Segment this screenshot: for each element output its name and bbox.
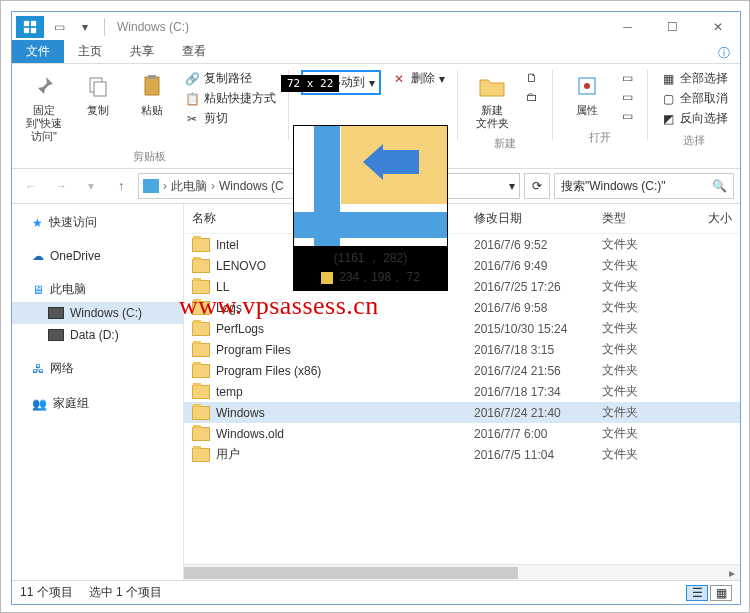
minimize-button[interactable]: ─ bbox=[605, 13, 650, 41]
table-row[interactable]: temp2016/7/18 17:34文件夹 bbox=[184, 381, 740, 402]
nav-thispc[interactable]: 🖥此电脑 bbox=[12, 277, 183, 302]
file-name: temp bbox=[216, 385, 474, 399]
easyaccess-icon: 🗀 bbox=[524, 89, 540, 105]
back-button[interactable]: ← bbox=[18, 173, 44, 199]
table-row[interactable]: LENOVO2016/7/6 9:49文件夹 bbox=[184, 255, 740, 276]
properties-button[interactable]: 属性 bbox=[565, 70, 609, 117]
file-date: 2016/7/18 3:15 bbox=[474, 343, 602, 357]
table-row[interactable]: Logs2016/7/6 9:58文件夹 bbox=[184, 297, 740, 318]
qat-properties-icon[interactable]: ▭ bbox=[48, 16, 70, 38]
file-date: 2016/7/6 9:52 bbox=[474, 238, 602, 252]
file-type: 文件夹 bbox=[602, 425, 682, 442]
up-button[interactable]: ↑ bbox=[108, 173, 134, 199]
separator bbox=[457, 70, 458, 140]
table-row[interactable]: PerfLogs2015/10/30 15:24文件夹 bbox=[184, 318, 740, 339]
col-size[interactable]: 大小 bbox=[682, 210, 732, 227]
file-date: 2016/7/24 21:56 bbox=[474, 364, 602, 378]
view-icons-button[interactable]: ▦ bbox=[710, 585, 732, 601]
tab-view[interactable]: 查看 bbox=[168, 40, 220, 63]
table-row[interactable]: Windows2016/7/24 21:40文件夹 bbox=[184, 402, 740, 423]
app-icon[interactable] bbox=[16, 16, 44, 38]
magnifier-coord: (1161 ， 282) bbox=[334, 250, 407, 267]
delete-button[interactable]: ✕删除▾ bbox=[391, 70, 445, 87]
table-row[interactable]: Program Files (x86)2016/7/24 21:56文件夹 bbox=[184, 360, 740, 381]
folder-icon bbox=[192, 343, 210, 357]
svg-rect-5 bbox=[94, 82, 106, 96]
view-details-button[interactable]: ☰ bbox=[686, 585, 708, 601]
invert-icon: ◩ bbox=[660, 111, 676, 127]
recent-button[interactable]: ▾ bbox=[78, 173, 104, 199]
nav-quickaccess[interactable]: ★快速访问 bbox=[12, 210, 183, 235]
history-button[interactable]: ▭ bbox=[619, 108, 635, 124]
file-date: 2016/7/18 17:34 bbox=[474, 385, 602, 399]
svg-rect-2 bbox=[24, 28, 29, 33]
ribbon-group-new: 新建 文件夹 🗋 🗀 新建 bbox=[470, 70, 540, 151]
selectnone-button[interactable]: ▢全部取消 bbox=[660, 90, 728, 107]
network-icon: 🖧 bbox=[32, 362, 44, 376]
folder-icon bbox=[192, 448, 210, 462]
table-row[interactable]: Windows.old2016/7/7 6:00文件夹 bbox=[184, 423, 740, 444]
open-button[interactable]: ▭ bbox=[619, 70, 635, 86]
svg-rect-3 bbox=[31, 28, 36, 33]
nav-drive-d[interactable]: Data (D:) bbox=[12, 324, 183, 346]
search-input[interactable]: 搜索"Windows (C:)" 🔍 bbox=[554, 173, 734, 199]
ribbon-help-icon[interactable]: ⓘ bbox=[714, 43, 734, 63]
tab-file[interactable]: 文件 bbox=[12, 40, 64, 63]
folder-icon bbox=[192, 238, 210, 252]
nav-onedrive[interactable]: ☁OneDrive bbox=[12, 245, 183, 267]
file-type: 文件夹 bbox=[602, 236, 682, 253]
table-row[interactable]: LL2016/7/25 17:26文件夹 bbox=[184, 276, 740, 297]
col-date[interactable]: 修改日期 bbox=[474, 210, 602, 227]
file-type: 文件夹 bbox=[602, 362, 682, 379]
nav-network[interactable]: 🖧网络 bbox=[12, 356, 183, 381]
edit-icon: ▭ bbox=[619, 89, 635, 105]
pin-icon bbox=[28, 70, 60, 102]
table-row[interactable]: Intel2016/7/6 9:52文件夹 bbox=[184, 234, 740, 255]
refresh-button[interactable]: ⟳ bbox=[524, 173, 550, 199]
file-date: 2016/7/6 9:58 bbox=[474, 301, 602, 315]
scroll-thumb[interactable] bbox=[184, 567, 518, 579]
col-type[interactable]: 类型 bbox=[602, 210, 682, 227]
table-row[interactable]: Program Files2016/7/18 3:15文件夹 bbox=[184, 339, 740, 360]
easyaccess-button[interactable]: 🗀 bbox=[524, 89, 540, 105]
file-name: 用户 bbox=[216, 446, 474, 463]
separator bbox=[552, 70, 553, 140]
horizontal-scrollbar[interactable]: ◂ ▸ bbox=[184, 564, 740, 580]
window-title: Windows (C:) bbox=[117, 20, 189, 34]
drive-icon bbox=[143, 179, 159, 193]
search-placeholder: 搜索"Windows (C:)" bbox=[561, 178, 666, 195]
copypath-button[interactable]: 🔗复制路径 bbox=[184, 70, 276, 87]
scroll-right-icon[interactable]: ▸ bbox=[724, 565, 740, 581]
newfolder-icon bbox=[476, 70, 508, 102]
column-headers: 名称 修改日期 类型 大小 bbox=[184, 204, 740, 234]
tab-home[interactable]: 主页 bbox=[64, 40, 116, 63]
file-date: 2016/7/7 6:00 bbox=[474, 427, 602, 441]
maximize-button[interactable]: ☐ bbox=[650, 13, 695, 41]
separator bbox=[104, 18, 105, 36]
pasteshortcut-button[interactable]: 📋粘贴快捷方式 bbox=[184, 90, 276, 107]
newitem-button[interactable]: 🗋 bbox=[524, 70, 540, 86]
copy-button[interactable]: 复制 bbox=[76, 70, 120, 117]
navigation-pane: ★快速访问 ☁OneDrive 🖥此电脑 Windows (C:) Data (… bbox=[12, 204, 184, 580]
table-row[interactable]: 用户2016/7/5 11:04文件夹 bbox=[184, 444, 740, 465]
invert-button[interactable]: ◩反向选择 bbox=[660, 110, 728, 127]
folder-icon bbox=[192, 364, 210, 378]
nav-homegroup[interactable]: 👥家庭组 bbox=[12, 391, 183, 416]
edit-button[interactable]: ▭ bbox=[619, 89, 635, 105]
newfolder-button[interactable]: 新建 文件夹 bbox=[470, 70, 514, 130]
history-icon: ▭ bbox=[619, 108, 635, 124]
homegroup-icon: 👥 bbox=[32, 397, 47, 411]
nav-drive-c[interactable]: Windows (C:) bbox=[12, 302, 183, 324]
crumb-pc[interactable]: 此电脑 bbox=[171, 178, 207, 195]
content-pane: 名称 修改日期 类型 大小 Intel2016/7/6 9:52文件夹LENOV… bbox=[184, 204, 740, 580]
close-button[interactable]: ✕ bbox=[695, 13, 740, 41]
file-type: 文件夹 bbox=[602, 383, 682, 400]
tab-share[interactable]: 共享 bbox=[116, 40, 168, 63]
cut-button[interactable]: ✂剪切 bbox=[184, 110, 276, 127]
paste-button[interactable]: 粘贴 bbox=[130, 70, 174, 117]
forward-button[interactable]: → bbox=[48, 173, 74, 199]
selectall-button[interactable]: ▦全部选择 bbox=[660, 70, 728, 87]
crumb-drive[interactable]: Windows (C bbox=[219, 179, 284, 193]
qat-newfolder-icon[interactable]: ▾ bbox=[74, 16, 96, 38]
pin-quickaccess-button[interactable]: 固定到"快速访问" bbox=[22, 70, 66, 143]
